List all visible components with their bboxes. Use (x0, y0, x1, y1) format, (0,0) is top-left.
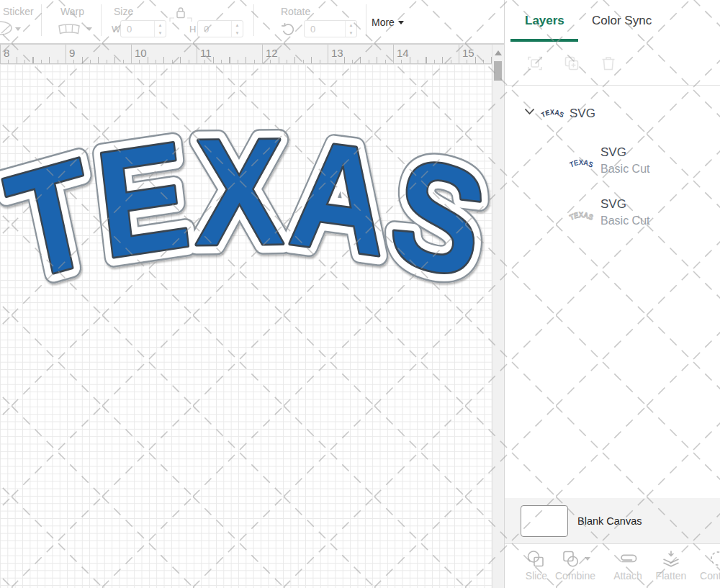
layer-group-name: SVG (570, 107, 595, 121)
rotate-input[interactable]: 0 ▲ ▼ (304, 20, 357, 37)
wordmark-fill: TEXAS (0, 107, 492, 312)
sticker-section-label: Sticker (3, 6, 34, 17)
height-label: H (189, 24, 196, 35)
layer-actions-bar: Slice Combine Attach (505, 543, 720, 588)
combine-button[interactable]: Combine (549, 549, 601, 582)
width-stepper[interactable]: ▲ ▼ (154, 21, 166, 37)
ruler-number: 15 (462, 47, 474, 59)
combine-icon (560, 549, 582, 569)
chevron-down-icon (15, 27, 21, 31)
chevron-down-icon (398, 21, 404, 24)
attach-label: Attach (613, 570, 642, 582)
slice-icon (526, 549, 547, 569)
contour-button[interactable]: Contour (696, 549, 720, 582)
more-label: More (372, 17, 395, 28)
ruler-number: 13 (331, 47, 343, 59)
size-section-label: Size (114, 6, 133, 17)
width-input[interactable]: 0 ▲ ▼ (120, 20, 166, 37)
lock-aspect-icon[interactable] (168, 4, 194, 23)
height-stepper[interactable]: ▲ ▼ (231, 21, 243, 37)
warp-dropdown-button[interactable] (56, 20, 95, 37)
vertical-scrollbar[interactable] (492, 45, 504, 588)
layer-name: SVG (600, 197, 626, 212)
chevron-down-icon[interactable] (524, 108, 535, 115)
toolbar-divider (101, 4, 102, 36)
combine-label: Combine (555, 570, 595, 582)
flatten-label: Flatten (656, 570, 687, 582)
layer-thumbnail: TEXAS (568, 209, 595, 225)
rotate-stepper[interactable]: ▲ ▼ (345, 21, 356, 37)
height-value: 0 (198, 24, 231, 35)
chevron-down-icon[interactable] (585, 557, 590, 561)
horizontal-ruler: 8 9 10 11 12 13 14 15 (0, 45, 492, 64)
rotate-section-label: Rotate (281, 6, 310, 17)
chevron-down-icon (86, 27, 92, 31)
layer-cut-type: Basic Cut (600, 214, 649, 227)
ruler-number: 14 (397, 47, 409, 59)
step-up-icon[interactable]: ▲ (155, 21, 166, 29)
step-up-icon[interactable]: ▲ (232, 21, 243, 29)
attach-icon (616, 549, 639, 569)
trash-icon[interactable] (600, 55, 617, 72)
svg-text:TEXAS: TEXAS (541, 109, 564, 119)
edit-toolbar: Sticker Warp Size W 0 ▲ ▼ (0, 0, 504, 45)
svg-text:TEXAS: TEXAS (569, 210, 595, 222)
design-app-window: Sticker Warp Size W 0 ▲ ▼ (0, 0, 720, 588)
texas-arched-wordmark[interactable]: TEXAS TEXAS TEXAS TEXAS (0, 64, 492, 588)
warp-icon (58, 23, 81, 36)
tab-layers[interactable]: Layers (525, 14, 564, 28)
blank-canvas-label: Blank Canvas (577, 515, 642, 527)
sticker-dropdown-button[interactable] (0, 20, 24, 37)
layer-thumbnail: TEXAS (568, 156, 595, 173)
layer-row[interactable]: TEXAS SVG Basic Cut (505, 143, 720, 187)
ruler-number: 10 (135, 47, 147, 59)
layers-panel: Layers Color Sync (504, 0, 720, 588)
layer-group-row[interactable]: TEXAS SVG (505, 102, 720, 127)
ruler-number: 11 (200, 47, 212, 59)
rotate-value: 0 (305, 24, 345, 35)
flatten-icon (660, 549, 682, 569)
tab-color-sync[interactable]: Color Sync (592, 14, 652, 28)
active-tab-underline (510, 39, 578, 42)
layer-row[interactable]: TEXAS SVG Basic Cut (505, 194, 720, 239)
ruler-number: 9 (69, 47, 75, 59)
ruler-number: 12 (266, 47, 278, 59)
layer-cut-type: Basic Cut (600, 163, 649, 176)
height-input[interactable]: 0 ▲ ▼ (197, 20, 243, 37)
slice-button[interactable]: Slice (521, 549, 552, 582)
group-icon[interactable] (526, 55, 544, 72)
toolbar-divider (366, 4, 366, 36)
ruler-number: 8 (4, 47, 9, 59)
design-canvas[interactable]: TEXAS TEXAS TEXAS TEXAS (0, 64, 492, 588)
layer-group-thumbnail: TEXAS (541, 109, 564, 120)
rotate-icon[interactable] (280, 21, 296, 37)
svg-text:TEXAS: TEXAS (0, 107, 492, 312)
step-down-icon[interactable]: ▼ (232, 29, 243, 37)
attach-button[interactable]: Attach (610, 549, 646, 582)
panel-divider (505, 85, 720, 86)
duplicate-icon[interactable] (563, 55, 580, 72)
more-button[interactable]: More (372, 17, 404, 28)
step-down-icon[interactable]: ▼ (346, 29, 356, 37)
svg-text:TEXAS: TEXAS (569, 158, 595, 169)
layer-name: SVG (600, 145, 626, 160)
slice-label: Slice (526, 570, 547, 582)
contour-icon (707, 549, 720, 569)
step-up-icon[interactable]: ▲ (346, 21, 356, 29)
blank-canvas-row[interactable]: Blank Canvas (505, 498, 720, 543)
contour-label: Contour (700, 570, 720, 582)
canvas-color-swatch[interactable] (521, 505, 568, 537)
width-label: W (112, 24, 120, 35)
scrollbar-thumb[interactable] (494, 61, 502, 81)
toolbar-divider (41, 4, 42, 36)
toolbar-divider (253, 4, 254, 36)
width-value: 0 (121, 24, 154, 35)
warp-section-label: Warp (60, 6, 84, 17)
scroll-up-arrow-icon[interactable] (495, 50, 502, 55)
flatten-button[interactable]: Flatten (653, 549, 689, 582)
step-down-icon[interactable]: ▼ (155, 29, 166, 37)
